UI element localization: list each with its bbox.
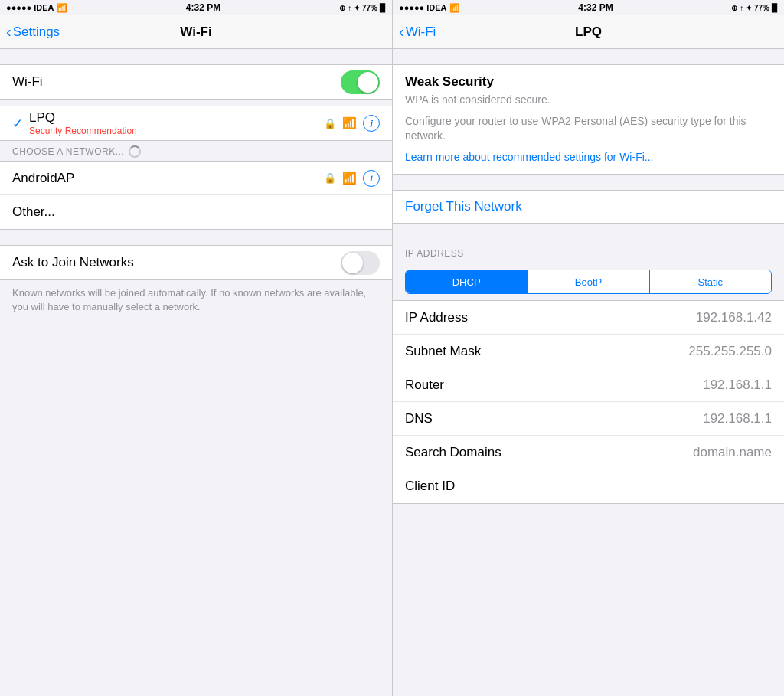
- androidap-wifi-icon: 📶: [342, 172, 357, 185]
- ask-join-toggle[interactable]: [341, 251, 380, 275]
- subnet-mask-value: 255.255.255.0: [688, 344, 772, 359]
- tab-static-label: Static: [698, 276, 724, 288]
- left-top-gap: [0, 49, 392, 64]
- right-nav-title: LPQ: [575, 25, 602, 40]
- lpq-row-left: ✓ LPQ Security Recommendation: [12, 110, 137, 136]
- right-carrier: ●●●●● IDEA 📶: [399, 3, 460, 13]
- ip-address-row: IP Address 192.168.1.42: [393, 301, 784, 335]
- right-panel: ●●●●● IDEA 📶 4:32 PM ⊕ ↑ ✦ 77% ▉ ‹ Wi-Fi…: [392, 0, 784, 696]
- androidap-label: AndroidAP: [12, 171, 74, 186]
- router-value: 192.168.1.1: [703, 377, 772, 393]
- androidap-row[interactable]: AndroidAP 🔒 📶 i: [0, 162, 392, 195]
- right-top-gap: [393, 49, 784, 64]
- left-back-button[interactable]: ‹ Settings: [6, 25, 60, 40]
- networks-section: AndroidAP 🔒 📶 i Other...: [0, 161, 392, 230]
- androidap-info-button[interactable]: i: [363, 170, 380, 187]
- client-id-label: Client ID: [405, 479, 455, 494]
- ask-join-description: Known networks will be joined automatica…: [0, 280, 392, 323]
- tab-dhcp-label: DHCP: [452, 276, 481, 288]
- lpq-checkmark: ✓: [12, 116, 23, 132]
- search-domains-row: Search Domains domain.name: [393, 436, 784, 469]
- wifi-toggle-row: Wi-Fi: [0, 65, 392, 99]
- right-back-chevron: ‹: [399, 24, 404, 39]
- left-carrier-text: ●●●●● IDEA: [6, 3, 54, 12]
- left-nav-bar: ‹ Settings Wi-Fi: [0, 15, 392, 49]
- left-back-label: Settings: [13, 25, 60, 40]
- security-desc1: WPA is not considered secure.: [405, 93, 772, 108]
- choose-network-header: CHOOSE A NETWORK...: [0, 141, 392, 161]
- lpq-name: LPQ: [29, 110, 137, 126]
- dns-row: DNS 192.168.1.1: [393, 402, 784, 436]
- forget-button[interactable]: Forget This Network: [405, 199, 522, 214]
- search-domains-label: Search Domains: [405, 445, 501, 460]
- security-desc2: Configure your router to use WPA2 Person…: [405, 114, 772, 144]
- other-label: Other...: [12, 204, 55, 220]
- right-status-bar: ●●●●● IDEA 📶 4:32 PM ⊕ ↑ ✦ 77% ▉: [393, 0, 784, 15]
- right-time: 4:32 PM: [578, 2, 612, 13]
- ip-address-label: IP Address: [405, 310, 468, 325]
- left-gap3: [0, 230, 392, 245]
- tab-static[interactable]: Static: [650, 270, 771, 293]
- lpq-info-button[interactable]: i: [363, 115, 380, 132]
- left-panel: ●●●●● IDEA 📶 4:32 PM ⊕ ↑ ✦ 77% ▉ ‹ Setti…: [0, 0, 392, 696]
- left-back-chevron: ‹: [6, 24, 11, 39]
- router-label: Router: [405, 377, 444, 393]
- right-wifi-status: 📶: [449, 3, 460, 13]
- other-row[interactable]: Other...: [0, 195, 392, 229]
- ask-join-toggle-thumb: [342, 253, 363, 273]
- androidap-lock-icon: 🔒: [324, 172, 336, 184]
- dns-value: 192.168.1.1: [703, 411, 772, 426]
- subnet-mask-label: Subnet Mask: [405, 344, 481, 359]
- router-row: Router 192.168.1.1: [393, 368, 784, 402]
- lpq-row-right: 🔒 📶 i: [324, 115, 380, 132]
- left-time: 4:32 PM: [186, 2, 220, 13]
- right-back-button[interactable]: ‹ Wi-Fi: [399, 25, 436, 40]
- wifi-toggle-section: Wi-Fi: [0, 64, 392, 100]
- left-nav-title: Wi-Fi: [180, 25, 211, 40]
- wifi-toggle-thumb: [358, 72, 378, 93]
- security-section: Weak Security WPA is not considered secu…: [393, 64, 784, 175]
- lpq-sublabel: Security Recommendation: [29, 126, 137, 136]
- lpq-text-block: LPQ Security Recommendation: [29, 110, 137, 136]
- connected-network-section: ✓ LPQ Security Recommendation 🔒 📶 i: [0, 106, 392, 141]
- lpq-wifi-icon: 📶: [342, 116, 357, 130]
- wifi-toggle[interactable]: [341, 70, 380, 94]
- ip-segmented-control: DHCP BootP Static: [405, 270, 772, 294]
- tab-bootp[interactable]: BootP: [528, 270, 649, 293]
- right-nav-bar: ‹ Wi-Fi LPQ: [393, 15, 784, 49]
- forget-section: Forget This Network: [393, 190, 784, 224]
- security-title: Weak Security: [405, 74, 772, 90]
- ip-section-header: IP ADDRESS: [393, 239, 784, 263]
- right-battery-icon: ▉: [772, 4, 778, 12]
- left-carrier: ●●●●● IDEA 📶: [6, 3, 67, 13]
- ask-join-label: Ask to Join Networks: [12, 255, 134, 270]
- client-id-row: Client ID: [393, 469, 784, 503]
- left-battery-pct: 77%: [362, 4, 377, 12]
- left-battery-icon: ▉: [380, 4, 386, 12]
- tab-bootp-label: BootP: [575, 276, 602, 288]
- ask-join-section: Ask to Join Networks: [0, 245, 392, 280]
- right-carrier-text: ●●●●● IDEA: [399, 3, 447, 12]
- right-battery-pct: 77%: [754, 4, 769, 12]
- tab-dhcp[interactable]: DHCP: [406, 270, 528, 293]
- lpq-row[interactable]: ✓ LPQ Security Recommendation 🔒 📶 i: [0, 106, 392, 140]
- loading-spinner: [129, 145, 141, 158]
- wifi-label: Wi-Fi: [12, 74, 43, 90]
- search-domains-value: domain.name: [693, 445, 772, 460]
- right-battery-icons: ⊕ ↑ ✦: [731, 4, 752, 12]
- left-battery-icons: ⊕ ↑ ✦: [339, 4, 360, 12]
- security-link[interactable]: Learn more about recommended settings fo…: [405, 150, 772, 165]
- choose-network-label: CHOOSE A NETWORK...: [12, 146, 124, 157]
- ip-details-section: IP Address 192.168.1.42 Subnet Mask 255.…: [393, 300, 784, 504]
- ip-address-value: 192.168.1.42: [696, 310, 772, 325]
- left-battery: ⊕ ↑ ✦ 77% ▉: [339, 4, 386, 12]
- androidap-row-right: 🔒 📶 i: [324, 170, 380, 187]
- left-wifi-status: 📶: [57, 3, 67, 13]
- subnet-mask-row: Subnet Mask 255.255.255.0: [393, 335, 784, 368]
- ip-tabs-wrapper: DHCP BootP Static: [393, 263, 784, 294]
- right-gap3: [393, 224, 784, 239]
- ask-join-row: Ask to Join Networks: [0, 246, 392, 279]
- right-gap2: [393, 175, 784, 190]
- right-back-label: Wi-Fi: [406, 25, 436, 40]
- left-status-bar: ●●●●● IDEA 📶 4:32 PM ⊕ ↑ ✦ 77% ▉: [0, 0, 392, 15]
